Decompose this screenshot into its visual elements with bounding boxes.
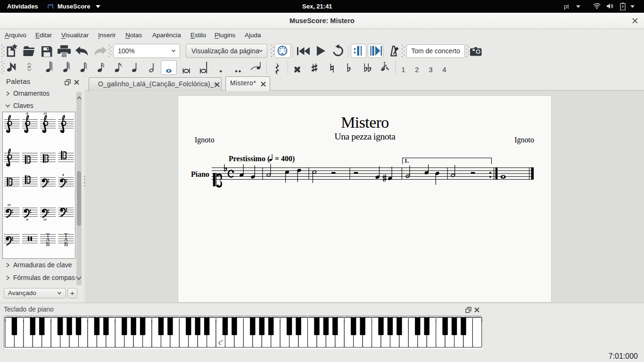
svg-text:15: 15: [8, 203, 11, 207]
svg-text:= 400): = 400): [275, 155, 295, 163]
svg-text:c': c': [218, 339, 223, 346]
svg-text:Prestissimo (: Prestissimo (: [229, 155, 270, 163]
svg-text:Una pezza ignota: Una pezza ignota: [335, 132, 396, 141]
svg-text:B: B: [46, 241, 50, 247]
svg-text:B: B: [64, 241, 68, 247]
svg-text:15: 15: [43, 112, 47, 115]
svg-text:8: 8: [62, 173, 64, 177]
svg-text:8: 8: [26, 112, 28, 115]
svg-text:3: 3: [429, 66, 432, 74]
svg-text:8: 8: [62, 130, 64, 134]
svg-text:Piano: Piano: [191, 170, 209, 178]
svg-text:15: 15: [43, 218, 47, 222]
svg-text:Mistero: Mistero: [341, 114, 389, 131]
svg-text:Ignoto: Ignoto: [195, 136, 215, 144]
svg-text:Ignoto: Ignoto: [514, 136, 534, 144]
svg-text:4: 4: [442, 66, 446, 74]
svg-text:2: 2: [415, 66, 419, 74]
svg-text:1: 1: [401, 66, 405, 74]
svg-text:8: 8: [26, 218, 28, 222]
svg-text:1.: 1.: [405, 157, 409, 164]
